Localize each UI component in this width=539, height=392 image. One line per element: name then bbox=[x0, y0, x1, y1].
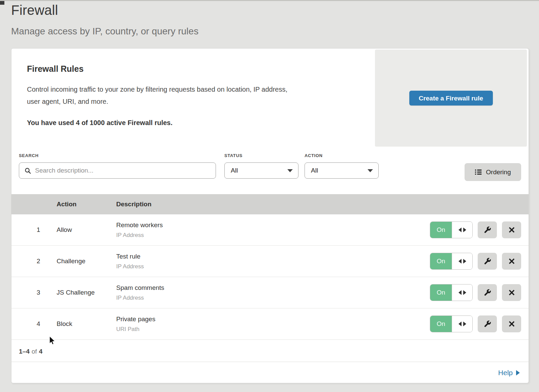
delete-rule-button[interactable] bbox=[502, 221, 521, 238]
rules-description-line1: Control incoming traffic to your zone by… bbox=[27, 83, 350, 95]
page-header: Firewall Manage access by IP, country, o… bbox=[11, 3, 198, 37]
edit-rule-button[interactable] bbox=[478, 315, 497, 332]
search-icon bbox=[25, 168, 31, 174]
close-icon bbox=[508, 320, 515, 328]
help-arrow-icon bbox=[516, 370, 520, 375]
rules-description-line2: user agent, URI, and more. bbox=[27, 95, 350, 108]
rule-priority: 3 bbox=[11, 289, 57, 296]
pagination-total: 4 bbox=[39, 348, 43, 355]
rule-priority: 4 bbox=[11, 320, 57, 328]
rule-controls: On bbox=[430, 221, 521, 238]
edit-rule-button[interactable] bbox=[478, 221, 497, 238]
status-label: STATUS bbox=[224, 153, 298, 158]
edit-rule-button[interactable] bbox=[478, 253, 497, 270]
pagination-of: of bbox=[32, 348, 37, 355]
rules-intro: Firewall Rules Control incoming traffic … bbox=[27, 64, 350, 127]
wrench-icon bbox=[483, 226, 492, 234]
status-filter-group: STATUS All bbox=[224, 153, 298, 179]
chevron-down-icon bbox=[287, 169, 293, 172]
action-filter-group: ACTION All bbox=[305, 153, 379, 179]
action-select[interactable]: All bbox=[305, 162, 379, 179]
rule-controls: On bbox=[430, 253, 521, 270]
table-header: Action Description bbox=[11, 194, 529, 214]
rule-controls: On bbox=[430, 315, 521, 332]
close-icon bbox=[508, 258, 515, 265]
chevron-down-icon bbox=[368, 169, 373, 172]
table-row: 4 Block Private pages URI Path On bbox=[11, 308, 529, 340]
toggle-arrows-icon[interactable] bbox=[452, 316, 472, 332]
create-firewall-rule-button[interactable]: Create a Firewall rule bbox=[409, 91, 493, 105]
wrench-icon bbox=[483, 320, 492, 328]
toggle-on-label[interactable]: On bbox=[430, 222, 452, 238]
rule-controls: On bbox=[430, 284, 521, 301]
help-link-label: Help bbox=[498, 369, 513, 377]
table-row: 3 JS Challenge Spam comments IP Address … bbox=[11, 277, 529, 308]
rule-enabled-toggle[interactable]: On bbox=[430, 221, 473, 238]
action-label: ACTION bbox=[305, 153, 379, 158]
create-rule-panel: Create a Firewall rule bbox=[375, 50, 527, 147]
toggle-arrows-icon[interactable] bbox=[452, 253, 472, 269]
list-ordering-icon bbox=[475, 169, 482, 175]
rules-heading: Firewall Rules bbox=[27, 64, 350, 74]
search-input[interactable] bbox=[35, 167, 210, 174]
ordering-button[interactable]: Ordering bbox=[465, 163, 521, 181]
card-footer: Help bbox=[11, 362, 529, 383]
rule-priority: 2 bbox=[11, 258, 57, 265]
firewall-page: { "page": { "title": "Firewall", "subtit… bbox=[0, 0, 539, 392]
rules-table-body: 1 Allow Remote workers IP Address On bbox=[11, 214, 529, 340]
search-box[interactable] bbox=[19, 162, 216, 179]
screenshot-corner-artifact bbox=[0, 1, 4, 5]
rule-match-type: IP Address bbox=[116, 232, 430, 239]
search-label: SEARCH bbox=[19, 153, 216, 158]
rule-action: Allow bbox=[57, 226, 116, 234]
wrench-icon bbox=[483, 289, 492, 297]
table-row: 2 Challenge Test rule IP Address On bbox=[11, 246, 529, 277]
edit-rule-button[interactable] bbox=[478, 284, 497, 301]
rule-priority: 1 bbox=[11, 226, 57, 234]
help-link[interactable]: Help bbox=[498, 369, 520, 377]
toggle-on-label[interactable]: On bbox=[430, 316, 452, 332]
rule-description: Remote workers bbox=[116, 221, 430, 229]
toggle-on-label[interactable]: On bbox=[430, 284, 452, 301]
firewall-rules-card: Firewall Rules Control incoming traffic … bbox=[11, 48, 529, 383]
pagination-range: 1–4 bbox=[19, 348, 30, 355]
wrench-icon bbox=[483, 257, 492, 265]
search-filter-group: SEARCH bbox=[19, 153, 216, 179]
rule-enabled-toggle[interactable]: On bbox=[430, 253, 473, 270]
rule-match-type: URI Path bbox=[116, 326, 430, 333]
rule-action: JS Challenge bbox=[57, 289, 116, 296]
rule-description: Private pages bbox=[116, 315, 430, 323]
status-select[interactable]: All bbox=[224, 162, 298, 179]
ordering-button-label: Ordering bbox=[486, 169, 511, 176]
toggle-arrows-icon[interactable] bbox=[452, 284, 472, 301]
delete-rule-button[interactable] bbox=[502, 253, 521, 270]
pagination-status: 1–4 of 4 bbox=[11, 341, 529, 362]
rule-enabled-toggle[interactable]: On bbox=[430, 284, 473, 301]
rule-action: Challenge bbox=[57, 258, 116, 265]
rule-match-type: IP Address bbox=[116, 295, 430, 301]
delete-rule-button[interactable] bbox=[502, 315, 521, 332]
toggle-arrows-icon[interactable] bbox=[452, 222, 472, 238]
rule-description: Spam comments bbox=[116, 284, 430, 292]
delete-rule-button[interactable] bbox=[502, 284, 521, 301]
status-selected-value: All bbox=[231, 167, 238, 174]
rule-enabled-toggle[interactable]: On bbox=[430, 315, 473, 332]
rule-match-type: IP Address bbox=[116, 263, 430, 270]
rules-description: Control incoming traffic to your zone by… bbox=[27, 83, 350, 108]
action-selected-value: All bbox=[311, 167, 318, 174]
page-subtitle: Manage access by IP, country, or query r… bbox=[11, 26, 198, 37]
rule-action: Block bbox=[57, 320, 116, 328]
rules-usage-count: You have used 4 of 1000 active Firewall … bbox=[27, 119, 350, 127]
action-column-header: Action bbox=[57, 201, 116, 208]
table-row: 1 Allow Remote workers IP Address On bbox=[11, 214, 529, 246]
page-title: Firewall bbox=[11, 3, 198, 18]
screenshot-top-artifact bbox=[0, 0, 539, 1]
rule-description: Test rule bbox=[116, 253, 430, 260]
close-icon bbox=[508, 289, 515, 296]
toggle-on-label[interactable]: On bbox=[430, 253, 452, 269]
close-icon bbox=[508, 226, 515, 234]
description-column-header: Description bbox=[116, 201, 529, 208]
